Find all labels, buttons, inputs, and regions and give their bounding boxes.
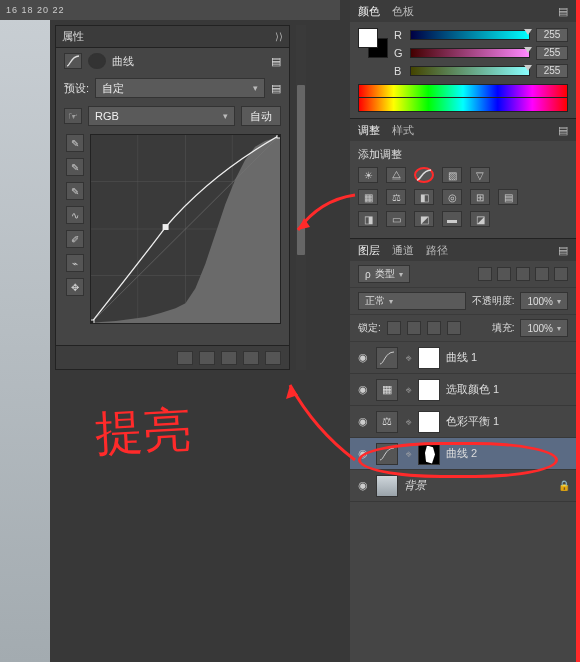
- layer-name[interactable]: 色彩平衡 1: [446, 414, 499, 429]
- reset-icon[interactable]: [221, 351, 237, 365]
- filter-smart-icon[interactable]: [554, 267, 568, 281]
- fg-bg-swatch[interactable]: [358, 28, 388, 58]
- filter-adjust-icon[interactable]: [497, 267, 511, 281]
- auto-button[interactable]: 自动: [241, 106, 281, 126]
- layer-name[interactable]: 选取颜色 1: [446, 382, 499, 397]
- clip-to-layer-icon[interactable]: [177, 351, 193, 365]
- properties-scrollbar[interactable]: [296, 25, 306, 370]
- delete-adjustment-icon[interactable]: [265, 351, 281, 365]
- lock-pixels-icon[interactable]: [407, 321, 421, 335]
- smooth-curve-icon[interactable]: ⌁: [66, 254, 84, 272]
- color-lookup-icon[interactable]: ▤: [498, 189, 518, 205]
- chevron-down-icon: ▾: [223, 111, 228, 121]
- curve-point-tool-icon[interactable]: ∿: [66, 206, 84, 224]
- hue-sat-icon[interactable]: ▦: [358, 189, 378, 205]
- layer-filter-type-select[interactable]: ρ 类型 ▾: [358, 265, 410, 283]
- curves-adjustment-icon[interactable]: [64, 53, 82, 69]
- selective-color-icon[interactable]: ◪: [470, 211, 490, 227]
- layer-row[interactable]: ◉ ⎆ 曲线 1: [350, 342, 576, 374]
- curves-layer-icon: [376, 443, 398, 465]
- blend-mode-select[interactable]: 正常 ▾: [358, 292, 466, 310]
- layer-row-background[interactable]: ◉ 背景 🔒: [350, 470, 576, 502]
- lock-position-icon[interactable]: [427, 321, 441, 335]
- filter-type-icon[interactable]: [516, 267, 530, 281]
- photo-filter-icon[interactable]: ◎: [442, 189, 462, 205]
- preset-menu-icon[interactable]: ▤: [271, 82, 281, 95]
- black-white-icon[interactable]: ◧: [414, 189, 434, 205]
- lock-all-icon[interactable]: [447, 321, 461, 335]
- visibility-toggle-icon[interactable]: ◉: [356, 383, 370, 397]
- layer-row[interactable]: ◉ ▦ ⎆ 选取颜色 1: [350, 374, 576, 406]
- tab-layers[interactable]: 图层: [358, 243, 380, 258]
- opacity-field[interactable]: 100% ▾: [520, 292, 568, 310]
- filter-pixel-icon[interactable]: [478, 267, 492, 281]
- foreground-color-swatch[interactable]: [358, 28, 378, 48]
- tab-styles[interactable]: 样式: [392, 123, 414, 138]
- tab-adjustments[interactable]: 调整: [358, 123, 380, 138]
- finger-scrub-icon[interactable]: ☞: [64, 108, 82, 124]
- lock-label: 锁定:: [358, 321, 381, 335]
- eyedropper-gray-icon[interactable]: ✎: [66, 158, 84, 176]
- layers-panel-menu-icon[interactable]: ▤: [558, 244, 568, 257]
- layer-mask-thumb[interactable]: [418, 347, 440, 369]
- curves-icon[interactable]: [414, 167, 434, 183]
- levels-icon[interactable]: ⧋: [386, 167, 406, 183]
- vibrance-icon[interactable]: ▽: [470, 167, 490, 183]
- brightness-contrast-icon[interactable]: ☀: [358, 167, 378, 183]
- exposure-icon[interactable]: ▧: [442, 167, 462, 183]
- r-slider[interactable]: [410, 30, 530, 40]
- panel-collapse-icon[interactable]: ⟩⟩: [275, 31, 283, 42]
- layer-name[interactable]: 曲线 1: [446, 350, 477, 365]
- scrollbar-thumb[interactable]: [297, 85, 305, 255]
- layer-mask-thumb[interactable]: [418, 443, 440, 465]
- invert-icon[interactable]: ◨: [358, 211, 378, 227]
- tab-paths[interactable]: 路径: [426, 243, 448, 258]
- g-value[interactable]: 255: [536, 46, 568, 60]
- layer-row[interactable]: ◉ ⚖ ⎆ 色彩平衡 1: [350, 406, 576, 438]
- posterize-icon[interactable]: ▭: [386, 211, 406, 227]
- visibility-toggle-icon[interactable]: ◉: [356, 479, 370, 493]
- adjustments-panel-menu-icon[interactable]: ▤: [558, 124, 568, 137]
- visibility-toggle-icon[interactable]: ◉: [356, 415, 370, 429]
- r-value[interactable]: 255: [536, 28, 568, 42]
- chevron-down-icon: ▾: [399, 270, 403, 279]
- tab-channels[interactable]: 通道: [392, 243, 414, 258]
- tab-swatches[interactable]: 色板: [392, 4, 414, 19]
- channel-value: RGB: [95, 110, 119, 122]
- layer-mask-thumb[interactable]: [418, 379, 440, 401]
- b-slider[interactable]: [410, 66, 530, 76]
- opacity-label: 不透明度:: [472, 294, 515, 308]
- layer-name[interactable]: 背景: [404, 478, 426, 493]
- channel-mixer-icon[interactable]: ⊞: [470, 189, 490, 205]
- fill-field[interactable]: 100% ▾: [520, 319, 568, 337]
- curve-pencil-tool-icon[interactable]: ✐: [66, 230, 84, 248]
- adjustment-name: 曲线: [112, 54, 134, 69]
- visibility-toggle-icon[interactable]: ◉: [356, 447, 370, 461]
- b-value[interactable]: 255: [536, 64, 568, 78]
- channel-select[interactable]: RGB ▾: [88, 106, 235, 126]
- hand-icon[interactable]: ✥: [66, 278, 84, 296]
- eyedropper-white-icon[interactable]: ✎: [66, 182, 84, 200]
- lock-transparent-icon[interactable]: [387, 321, 401, 335]
- view-previous-icon[interactable]: [199, 351, 215, 365]
- filter-shape-icon[interactable]: [535, 267, 549, 281]
- gradient-map-icon[interactable]: ▬: [442, 211, 462, 227]
- color-spectrum[interactable]: [358, 84, 568, 98]
- preset-select[interactable]: 自定 ▾: [95, 78, 265, 98]
- curves-graph[interactable]: [90, 134, 281, 324]
- b-label: B: [394, 65, 404, 77]
- color-balance-icon[interactable]: ⚖: [386, 189, 406, 205]
- layer-mask-thumb[interactable]: [418, 411, 440, 433]
- g-slider[interactable]: [410, 48, 530, 58]
- eyedropper-black-icon[interactable]: ✎: [66, 134, 84, 152]
- toggle-visibility-icon[interactable]: [243, 351, 259, 365]
- layer-row-selected[interactable]: ◉ ⎆ 曲线 2: [350, 438, 576, 470]
- color-spectrum-shade[interactable]: [358, 98, 568, 112]
- color-panel-menu-icon[interactable]: ▤: [558, 5, 568, 18]
- visibility-toggle-icon[interactable]: ◉: [356, 351, 370, 365]
- layer-name[interactable]: 曲线 2: [446, 446, 477, 461]
- tab-color[interactable]: 颜色: [358, 4, 380, 19]
- properties-panel-menu-icon[interactable]: ▤: [271, 55, 281, 68]
- threshold-icon[interactable]: ◩: [414, 211, 434, 227]
- mask-icon[interactable]: [88, 53, 106, 69]
